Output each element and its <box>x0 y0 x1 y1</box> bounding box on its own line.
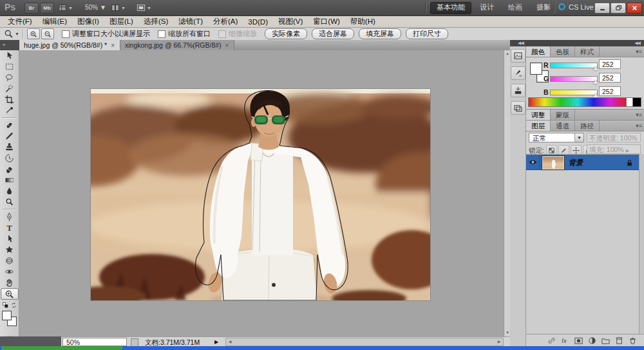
path-select-tool[interactable] <box>1 233 18 244</box>
bridge-button[interactable]: Br <box>24 3 39 14</box>
layers-scrollbar[interactable] <box>639 154 644 350</box>
eraser-tool[interactable] <box>1 164 18 175</box>
option-button[interactable]: 打印尺寸 <box>406 28 448 39</box>
document-tab[interactable]: huge.jpg @ 50%(RGB/8#) *× <box>19 40 120 50</box>
slider-thumb-icon[interactable] <box>593 66 598 70</box>
healing-tool[interactable] <box>1 120 18 131</box>
option-button[interactable]: 适合屏幕 <box>312 28 354 39</box>
status-zoom-field[interactable]: 50% <box>62 338 127 346</box>
blur-tool[interactable] <box>1 186 18 197</box>
tool-presets-panel-icon[interactable] <box>511 84 526 97</box>
panel-menu-icon[interactable]: ▾≡ <box>636 122 642 129</box>
scroll-down-icon[interactable]: ▼ <box>505 330 510 336</box>
screen-mode-button[interactable]: ▼ <box>137 3 151 13</box>
canvas-image[interactable] <box>90 88 431 301</box>
option-checkbox[interactable]: 调整窗口大小以满屏显示 <box>62 29 150 39</box>
gradient-tool[interactable] <box>1 175 18 186</box>
slider-thumb-icon[interactable] <box>593 80 598 84</box>
delete-layer-icon[interactable] <box>628 336 638 345</box>
eyedropper-tool[interactable] <box>1 105 18 116</box>
workspace-button-[interactable]: 摄影 <box>531 2 556 13</box>
history-brush-tool[interactable] <box>1 153 18 164</box>
foreground-color-swatch[interactable] <box>2 311 12 320</box>
document-tab[interactable]: xingkong.jpg @ 66.7%(RGB/8#)× <box>120 40 234 50</box>
add-mask-icon[interactable] <box>574 336 583 345</box>
view-extras-button[interactable]: ▼ <box>58 3 73 13</box>
collapse-dock-icon[interactable]: ◀◀ <box>518 41 524 46</box>
channel-slider[interactable] <box>550 90 598 95</box>
adjustment-layer-icon[interactable] <box>587 336 597 345</box>
windows-taskbar[interactable] <box>0 346 644 350</box>
new-group-icon[interactable] <box>601 336 611 345</box>
brush-presets-panel-icon[interactable] <box>511 66 526 80</box>
status-flyout-button[interactable]: ▶ <box>213 338 220 345</box>
layers-tab-active[interactable]: 图层 <box>526 121 551 131</box>
crop-tool[interactable] <box>1 94 18 105</box>
color-tab-active[interactable]: 颜色 <box>526 46 551 57</box>
color-tab-tab[interactable]: 样式 <box>575 46 600 57</box>
canvas-horizontal-scrollbar[interactable]: ◀ ▶ <box>225 338 504 346</box>
panel-menu-icon[interactable]: ▾≡ <box>636 112 642 118</box>
link-layers-icon[interactable] <box>547 336 556 345</box>
collapse-panels-icon[interactable]: ◀◀ <box>634 41 640 46</box>
menu-item[interactable]: 视图(V) <box>273 17 308 26</box>
workspace-button-[interactable]: 设计 <box>474 2 500 13</box>
workspace-button-active[interactable]: 基本功能 <box>430 2 471 14</box>
channel-value-field[interactable]: 252 <box>599 59 621 69</box>
marquee-tool[interactable] <box>1 61 18 72</box>
panel-dock-header[interactable]: ◀◀ ◀◀ <box>510 40 644 46</box>
panel-menu-icon[interactable]: ▾≡ <box>636 48 642 55</box>
layer-visibility-toggle[interactable] <box>526 155 540 170</box>
layer-thumbnail[interactable] <box>542 156 564 170</box>
default-colors-icon[interactable] <box>2 302 9 309</box>
channel-value-field[interactable]: 252 <box>599 73 621 83</box>
start-button[interactable] <box>1 346 122 350</box>
tab-close-icon[interactable]: × <box>110 42 115 49</box>
lasso-tool[interactable] <box>1 72 18 83</box>
zoom-out-button[interactable] <box>41 28 54 39</box>
image-panel-icon[interactable] <box>511 49 526 63</box>
quick-select-tool[interactable] <box>1 83 18 94</box>
new-layer-icon[interactable] <box>614 336 624 345</box>
swap-colors-icon[interactable] <box>10 302 17 309</box>
canvas-area[interactable] <box>19 50 504 336</box>
mini-bridge-button[interactable]: Mb <box>40 3 54 14</box>
stamp-tool[interactable] <box>1 142 18 153</box>
orbit3d-tool[interactable] <box>1 266 18 277</box>
spectrum-black-swatch[interactable] <box>632 97 641 107</box>
workspace-button-[interactable]: 绘画 <box>502 2 528 13</box>
move-tool[interactable] <box>1 50 18 61</box>
layer-style-icon[interactable]: fx <box>560 336 570 345</box>
menu-item[interactable]: 帮助(H) <box>345 17 381 26</box>
pen-tool[interactable] <box>1 211 18 222</box>
option-button[interactable]: 实际像素 <box>265 28 307 39</box>
option-checkbox[interactable]: 缩放所有窗口 <box>158 29 211 39</box>
zoom-tool[interactable] <box>1 288 19 300</box>
hand-tool[interactable] <box>1 277 18 288</box>
channel-value-field[interactable]: 252 <box>599 86 621 96</box>
brush-tool[interactable] <box>1 131 18 142</box>
arrange-documents-button[interactable]: ▼ <box>111 3 126 13</box>
zoom-in-button[interactable] <box>27 28 40 39</box>
adjustments-tab-active[interactable]: 调整 <box>526 110 551 120</box>
adjustments-tab-tab[interactable]: 蒙版 <box>551 110 575 120</box>
menu-item[interactable]: 窗口(W) <box>308 17 345 26</box>
close-button[interactable] <box>627 3 642 14</box>
current-tool-button[interactable]: ▼ <box>4 29 19 39</box>
menu-item[interactable]: 图像(I) <box>72 17 104 26</box>
restore-button[interactable] <box>611 3 626 14</box>
menu-item[interactable]: 选择(S) <box>138 17 173 26</box>
menu-item[interactable]: 图层(L) <box>104 17 138 26</box>
layer-name[interactable]: 背景 <box>569 158 583 168</box>
channel-slider[interactable] <box>550 63 598 68</box>
menu-item[interactable]: 分析(A) <box>208 17 243 26</box>
option-button[interactable]: 填充屏幕 <box>359 28 401 39</box>
color-tab-tab[interactable]: 色板 <box>551 46 575 57</box>
scroll-right-icon[interactable]: ▶ <box>496 339 502 345</box>
foreground-color-swatch[interactable] <box>530 63 542 75</box>
menu-item[interactable]: 滤镜(T) <box>173 17 208 26</box>
workspace-overflow-button[interactable]: » <box>545 2 549 13</box>
type-tool[interactable]: T <box>1 222 18 233</box>
rotate3d-tool[interactable] <box>1 255 18 266</box>
zoom-level-dropdown[interactable]: 50%▼ <box>82 3 109 12</box>
